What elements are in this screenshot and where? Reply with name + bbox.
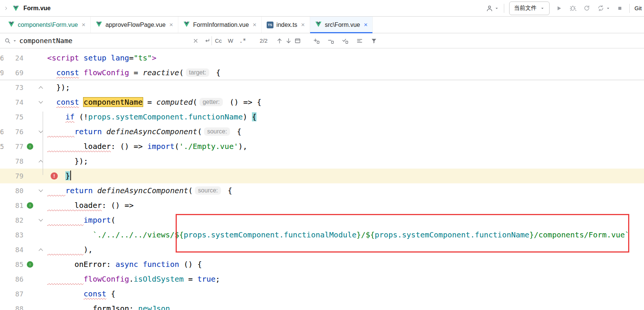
code-text[interactable]: return defineAsyncComponent(source: { <box>47 124 644 139</box>
gutter[interactable]: 82 <box>0 213 47 228</box>
code-text[interactable]: }); <box>47 154 644 169</box>
code-text[interactable]: formJson: newJson, <box>47 301 644 310</box>
tab-close-icon[interactable]: × <box>253 22 256 28</box>
gutter[interactable]: 74 <box>0 95 47 110</box>
fold-collapse-icon[interactable] <box>39 99 43 103</box>
line-number[interactable]: 74 <box>0 95 23 110</box>
fold-collapse-icon[interactable] <box>39 129 43 133</box>
code-text[interactable]: const { <box>47 287 644 301</box>
gutter[interactable]: 84 <box>0 242 47 257</box>
fold-expand-icon[interactable] <box>39 248 43 253</box>
gutter-marker-icon[interactable]: ↑ <box>27 143 33 150</box>
line-number[interactable]: 76 <box>0 124 23 139</box>
tab-close-icon[interactable]: × <box>301 22 305 28</box>
previous-occurrence-icon[interactable] <box>275 36 284 45</box>
sync-widget[interactable] <box>596 4 610 13</box>
gutter[interactable]: 79 <box>0 169 47 183</box>
chevron-right-icon[interactable] <box>4 4 8 13</box>
gutter[interactable]: 83 <box>0 228 47 242</box>
code-text[interactable]: } <box>47 169 644 183</box>
gutter[interactable]: 77↑ <box>0 139 47 154</box>
remove-occurrence-icon[interactable] <box>326 36 335 45</box>
code-text[interactable]: `./../../../views/${props.systemComponen… <box>47 228 644 242</box>
line-number[interactable]: 69 <box>0 65 23 80</box>
add-occurrence-icon[interactable] <box>312 36 321 45</box>
git-widget[interactable]: Git <box>635 5 642 11</box>
regex-toggle[interactable]: .* <box>236 36 249 46</box>
editor-tab[interactable]: components\Form.vue× <box>3 17 91 33</box>
gutter[interactable]: 73 <box>0 80 47 95</box>
code-text[interactable]: flowConfig.isOldSystem = true; <box>47 272 644 287</box>
code-text[interactable]: loader: () => <box>47 198 644 213</box>
code-text[interactable]: onError: async function () { <box>47 257 644 272</box>
code-text[interactable]: const componentName = computed(getter: (… <box>47 95 644 110</box>
clear-search-icon[interactable] <box>191 36 200 45</box>
code-text[interactable]: const flowConfig = reactive(target: { <box>47 65 644 80</box>
line-number[interactable]: 77 <box>0 139 23 154</box>
gutter-marker-icon[interactable]: ↑ <box>27 261 33 268</box>
code-text[interactable]: }); <box>47 80 644 95</box>
code-text[interactable]: loader: () => import('./Empty.vue'), <box>47 139 644 154</box>
code-text[interactable]: if (!props.systemComponent.functionName)… <box>47 110 644 124</box>
gutter[interactable]: 87 <box>0 287 47 301</box>
code-text[interactable]: return defineAsyncComponent(source: { <box>47 183 644 198</box>
user-widget[interactable] <box>485 4 499 13</box>
gutter[interactable]: 80 <box>0 183 47 198</box>
gutter[interactable]: 69 <box>0 65 47 80</box>
search-history-widget[interactable] <box>3 36 17 45</box>
editor-tab[interactable]: TSindex.ts× <box>262 17 310 33</box>
code-text[interactable]: ), <box>47 242 644 257</box>
line-number[interactable]: 84 <box>0 242 23 257</box>
tab-close-icon[interactable]: × <box>169 22 173 28</box>
line-number[interactable]: 81 <box>0 198 23 213</box>
gutter[interactable]: 78 <box>0 154 47 169</box>
line-number[interactable]: 75 <box>0 110 23 124</box>
match-case-toggle[interactable]: Cc <box>212 36 225 45</box>
coverage-icon[interactable] <box>582 4 591 13</box>
line-number[interactable]: 85 <box>0 257 23 272</box>
line-number[interactable]: 83 <box>0 228 23 242</box>
words-toggle[interactable]: W <box>225 36 236 45</box>
line-number[interactable]: 82 <box>0 213 23 228</box>
gutter[interactable]: 75 <box>0 110 47 124</box>
gutter[interactable]: 81↑ <box>0 198 47 213</box>
line-number[interactable]: 88 <box>0 301 23 310</box>
run-config-button[interactable]: 当前文件 <box>509 2 550 15</box>
editor-tab[interactable]: src\Form.vue× <box>310 17 373 33</box>
newline-icon[interactable] <box>202 36 212 45</box>
fold-expand-icon[interactable] <box>39 160 43 164</box>
search-options-icon[interactable] <box>355 36 364 45</box>
editor-tab[interactable]: approveFlowPage.vue× <box>91 17 178 33</box>
line-number[interactable]: 86 <box>0 272 23 287</box>
line-number[interactable]: 78 <box>0 154 23 169</box>
run-button[interactable] <box>554 4 564 13</box>
stop-button[interactable] <box>615 4 624 13</box>
gutter[interactable]: 86 <box>0 272 47 287</box>
gutter[interactable]: 24 <box>0 51 47 65</box>
code-editor[interactable]: 24<script setup lang="ts">69 const flowC… <box>0 49 644 310</box>
debug-button[interactable] <box>568 4 578 13</box>
fold-collapse-icon[interactable] <box>39 188 43 192</box>
code-text[interactable]: import( <box>47 213 644 228</box>
code-text[interactable]: <script setup lang="ts"> <box>47 51 644 65</box>
gutter[interactable]: 76 <box>0 124 47 139</box>
gutter[interactable]: 85↑ <box>0 257 47 272</box>
line-number[interactable]: 80 <box>0 183 23 198</box>
fold-expand-icon[interactable] <box>39 86 43 90</box>
filter-icon[interactable] <box>369 36 378 45</box>
next-occurrence-icon[interactable] <box>284 36 293 45</box>
line-number[interactable]: 73 <box>0 80 23 95</box>
line-number[interactable]: 24 <box>0 51 23 65</box>
gutter[interactable]: 88 <box>0 301 47 310</box>
gutter-marker-icon[interactable]: ↑ <box>27 202 33 209</box>
line-number[interactable]: 79 <box>0 169 23 183</box>
open-in-find-window-icon[interactable] <box>293 36 302 45</box>
tab-close-icon[interactable]: × <box>82 22 85 28</box>
search-input[interactable] <box>19 37 189 45</box>
tab-close-icon[interactable]: × <box>364 22 368 28</box>
select-all-occurrences-icon[interactable] <box>341 36 350 45</box>
line-number[interactable]: 87 <box>0 287 23 301</box>
editor-tab[interactable]: FormInformation.vue× <box>178 17 262 33</box>
fold-collapse-icon[interactable] <box>39 217 43 221</box>
error-icon[interactable]: ! <box>51 172 58 180</box>
